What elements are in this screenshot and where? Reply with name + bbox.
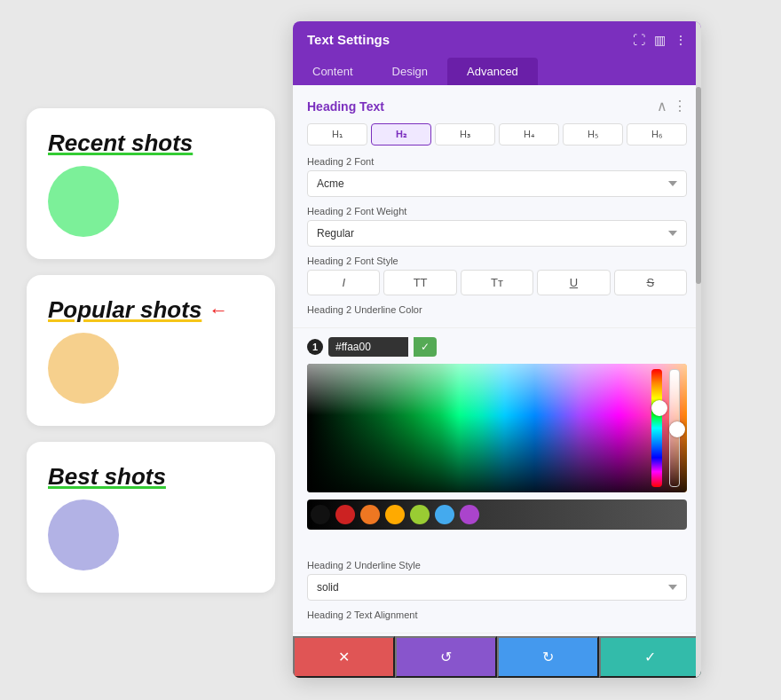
swatch-black[interactable]	[311, 505, 330, 524]
swatch-orange[interactable]	[360, 505, 380, 524]
swatch-green[interactable]	[410, 505, 430, 524]
best-circle	[48, 499, 119, 570]
swatch-yellow[interactable]	[385, 505, 405, 524]
recent-shots-card: Recent shots	[27, 108, 275, 259]
more-icon[interactable]: ⋮	[674, 33, 687, 47]
color-gradient-picker[interactable]	[307, 364, 687, 492]
color-hex-input[interactable]	[328, 337, 408, 357]
color-input-row: 1 ✓	[307, 337, 687, 357]
h5-tab[interactable]: H₅	[563, 123, 623, 146]
underline-style-label: Heading 2 Underline Style	[307, 560, 687, 570]
color-swatches	[307, 499, 687, 530]
weight-select[interactable]: Regular	[307, 220, 687, 247]
font-label: Heading 2 Font	[307, 156, 687, 167]
section-menu-icon[interactable]: ⋮	[673, 98, 687, 114]
italic-btn[interactable]: I	[307, 270, 380, 295]
weight-label: Heading 2 Font Weight	[307, 206, 687, 216]
heading-level-tabs: H₁ H₂ H₃ H₄ H₅ H₆	[307, 123, 687, 146]
swatch-purple[interactable]	[460, 505, 479, 524]
h4-tab[interactable]: H₄	[499, 123, 559, 146]
heading-text-section: Heading Text ∧ ⋮ H₁ H₂ H₃ H₄ H₅ H₆ Headi…	[293, 85, 701, 328]
h1-tab[interactable]: H₁	[307, 123, 367, 146]
collapse-icon[interactable]: ∧	[657, 98, 667, 114]
tab-advanced[interactable]: Advanced	[447, 58, 538, 85]
panel-header: Text Settings ⛶ ▥ ⋮	[293, 21, 701, 58]
swatch-blue[interactable]	[435, 505, 454, 524]
tab-content[interactable]: Content	[293, 58, 373, 85]
best-shots-title: Best shots	[48, 463, 166, 491]
panel-footer: ✕ ↺ ↻ ✓	[293, 636, 701, 678]
strikethrough-btn[interactable]: S	[614, 270, 687, 295]
underline-color-label: Heading 2 Underline Color	[307, 304, 687, 315]
undo-button[interactable]: ↺	[395, 636, 497, 678]
section-controls: ∧ ⋮	[657, 98, 687, 114]
h6-tab[interactable]: H₆	[627, 123, 687, 146]
left-panel: Recent shots Popular shots ← Best shots	[0, 0, 293, 700]
swatch-red[interactable]	[335, 505, 355, 524]
scrollbar[interactable]	[696, 21, 701, 678]
style-label: Heading 2 Font Style	[307, 256, 687, 266]
panel-title: Text Settings	[307, 32, 390, 47]
best-shots-card: Best shots	[27, 442, 275, 593]
hue-slider[interactable]	[651, 369, 662, 487]
font-select[interactable]: Acme	[307, 170, 687, 197]
underline-style-section: Heading 2 Underline Style solid Heading …	[293, 547, 701, 633]
redo-button[interactable]: ↻	[497, 636, 599, 678]
section-title: Heading Text	[307, 99, 384, 114]
capitalize-btn[interactable]: Tт	[461, 270, 533, 295]
columns-icon[interactable]: ▥	[654, 33, 666, 47]
font-style-buttons: I TT Tт U S	[307, 270, 687, 295]
alignment-label: Heading 2 Text Alignment	[307, 610, 687, 620]
popular-shots-card: Popular shots ←	[27, 275, 275, 426]
scroll-thumb	[696, 87, 701, 284]
uppercase-btn[interactable]: TT	[383, 270, 456, 295]
popular-title-row: Popular shots ←	[48, 296, 228, 324]
cancel-button[interactable]: ✕	[293, 636, 395, 678]
h3-tab[interactable]: H₃	[435, 123, 495, 146]
panel-body: Heading Text ∧ ⋮ H₁ H₂ H₃ H₄ H₅ H₆ Headi…	[293, 85, 701, 636]
confirm-button[interactable]: ✓	[599, 636, 701, 678]
underline-btn[interactable]: U	[537, 270, 610, 295]
popular-shots-title: Popular shots	[48, 296, 201, 324]
hue-thumb	[651, 400, 667, 416]
header-icons: ⛶ ▥ ⋮	[633, 33, 687, 47]
panel-tabs: Content Design Advanced	[293, 58, 701, 85]
underline-style-select[interactable]: solid	[307, 574, 687, 601]
recent-shots-title: Recent shots	[48, 130, 193, 157]
color-confirm-button[interactable]: ✓	[414, 337, 437, 357]
expand-icon[interactable]: ⛶	[633, 33, 645, 47]
popular-circle	[48, 333, 119, 404]
red-arrow-icon: ←	[209, 299, 228, 322]
recent-circle	[48, 166, 119, 237]
color-picker-section: 1 ✓	[293, 328, 701, 547]
h2-tab[interactable]: H₂	[371, 123, 431, 146]
settings-panel: Text Settings ⛶ ▥ ⋮ Content Design Advan…	[293, 21, 701, 678]
color-number-badge: 1	[307, 339, 323, 355]
tab-design[interactable]: Design	[373, 58, 447, 85]
section-header: Heading Text ∧ ⋮	[307, 98, 687, 114]
